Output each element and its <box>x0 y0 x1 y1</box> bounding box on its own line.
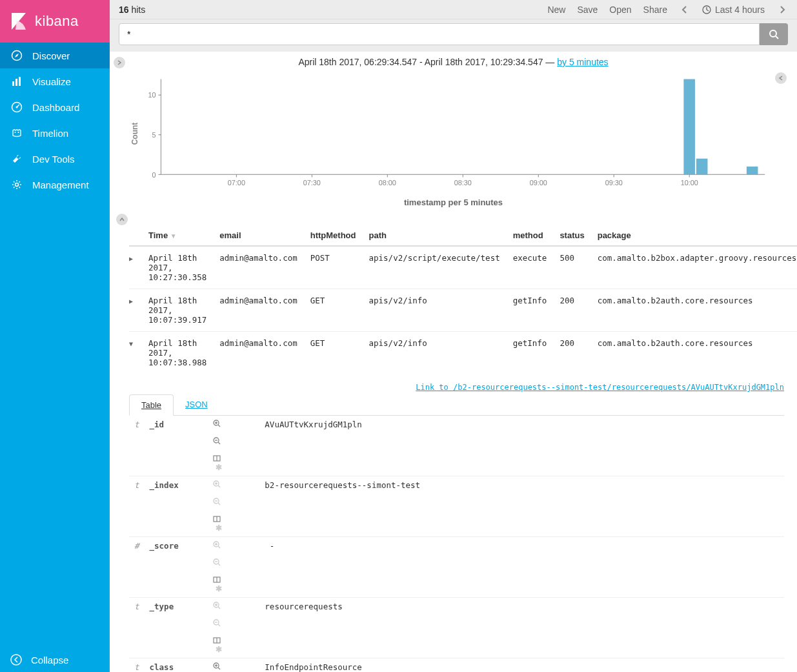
filter-out-value-icon[interactable] <box>213 558 254 566</box>
svg-point-7 <box>18 132 19 133</box>
nav-item-dev-tools[interactable]: Dev Tools <box>0 146 110 172</box>
time-prev-button[interactable] <box>679 6 691 14</box>
open-button[interactable]: Open <box>609 5 631 15</box>
collapse-sidebar-button[interactable]: Collapse <box>0 647 110 672</box>
col-email[interactable]: email <box>213 225 303 246</box>
col-status[interactable]: status <box>553 225 590 246</box>
field-name: _index <box>145 476 208 537</box>
col-path[interactable]: path <box>363 225 507 246</box>
time-summary: April 18th 2017, 06:29:34.547 - April 18… <box>110 52 797 70</box>
exists-filter-icon[interactable]: ✱ <box>216 463 222 472</box>
svg-rect-34 <box>683 79 695 175</box>
expand-row-button[interactable]: ▶ <box>129 255 133 262</box>
search-icon <box>769 29 779 39</box>
filter-for-value-icon[interactable] <box>213 602 254 609</box>
field-actions: ✱ <box>208 598 259 658</box>
exists-filter-icon[interactable]: ✱ <box>216 584 222 593</box>
brand-text: kibana <box>35 13 79 30</box>
field-name: _score <box>145 537 208 598</box>
filter-out-value-icon[interactable] <box>213 437 254 445</box>
save-button[interactable]: Save <box>577 5 598 15</box>
svg-text:5: 5 <box>152 131 156 139</box>
svg-rect-3 <box>19 77 21 86</box>
cell-status: 200 <box>553 332 590 374</box>
nav-item-management[interactable]: Management <box>0 172 110 198</box>
share-button[interactable]: Share <box>643 5 667 15</box>
svg-point-5 <box>16 107 18 108</box>
cell-package: com.amalto.b2auth.core.resources <box>591 332 797 374</box>
cell-httpmethod: POST <box>304 246 363 289</box>
filter-out-value-icon[interactable] <box>213 619 254 627</box>
svg-text:07:00: 07:00 <box>228 179 245 187</box>
field-value: AVuAUTtvKxrujdGM1pln <box>259 416 784 476</box>
expand-row-button[interactable]: ▶ <box>129 298 133 305</box>
x-axis-label: timestamp per 5 minutes <box>110 198 797 207</box>
histogram-chart[interactable]: Count 051007:0007:3008:0008:3009:0009:30… <box>136 72 771 195</box>
exists-filter-icon[interactable]: ✱ <box>216 524 222 533</box>
nav-item-discover[interactable]: Discover <box>0 43 110 68</box>
toggle-column-icon[interactable] <box>213 515 254 523</box>
field-actions: ✱ <box>208 476 259 537</box>
svg-point-8 <box>15 183 19 187</box>
svg-text:07:30: 07:30 <box>303 179 321 187</box>
expand-row-button[interactable]: ▼ <box>129 340 133 347</box>
table-row: ▶April 18th 2017, 10:27:30.358admin@amal… <box>129 246 797 289</box>
exists-filter-icon[interactable]: ✱ <box>216 645 222 654</box>
svg-text:10:00: 10:00 <box>681 179 698 187</box>
filter-for-value-icon[interactable] <box>213 662 254 670</box>
table-row: ▶April 18th 2017, 10:07:39.917admin@amal… <box>129 289 797 332</box>
detail-tabs: TableJSON <box>129 394 784 416</box>
col-time[interactable]: Time ▼ <box>142 225 213 246</box>
svg-rect-1 <box>12 81 14 86</box>
cell-package: com.amalto.b2box.adapter.groovy.resource… <box>591 246 797 289</box>
cell-time: April 18th 2017, 10:27:30.358 <box>142 246 213 289</box>
field-name: _id <box>145 416 208 476</box>
cell-method: execute <box>507 246 554 289</box>
chart-reset-zoom-button[interactable] <box>775 72 787 84</box>
field-row: t_index✱b2-resourcerequests--simont-test <box>129 476 784 537</box>
cell-email: admin@amalto.com <box>213 332 303 374</box>
nav: DiscoverVisualizeDashboardTimelionDev To… <box>0 43 110 647</box>
field-actions: ✱ <box>208 537 259 598</box>
nav-label: Dev Tools <box>32 154 75 165</box>
col-httpmethod[interactable]: httpMethod <box>304 225 363 246</box>
field-value: resourcerequests <box>259 598 784 658</box>
sidebar: kibana DiscoverVisualizeDashboardTimelio… <box>0 0 110 672</box>
doc-link-anchor[interactable]: Link to /b2-resourcerequests--simont-tes… <box>416 383 784 392</box>
collapse-chart-button[interactable] <box>116 214 128 225</box>
cell-status: 500 <box>553 246 590 289</box>
time-picker[interactable]: Last 4 hours <box>702 5 765 15</box>
filter-for-value-icon[interactable] <box>213 480 254 488</box>
filter-for-value-icon[interactable] <box>213 420 254 427</box>
logo[interactable]: kibana <box>0 0 110 43</box>
doc-link: Link to /b2-resourcerequests--simont-tes… <box>129 380 784 394</box>
filter-out-value-icon[interactable] <box>213 498 254 505</box>
toggle-filters-button[interactable] <box>114 57 125 68</box>
field-type: t <box>129 658 145 673</box>
field-row: #_score✱ - <box>129 537 784 598</box>
search-button[interactable] <box>760 23 788 45</box>
cell-email: admin@amalto.com <box>213 246 303 289</box>
svg-point-9 <box>11 655 21 665</box>
timelion-icon <box>10 127 23 139</box>
toggle-column-icon[interactable] <box>213 576 254 584</box>
toggle-column-icon[interactable] <box>213 454 254 462</box>
filter-for-value-icon[interactable] <box>213 541 254 549</box>
cell-method: getInfo <box>507 332 554 374</box>
tab-table[interactable]: Table <box>129 394 174 416</box>
hits-count: 16 hits <box>119 5 145 15</box>
nav-item-timelion[interactable]: Timelion <box>0 120 110 146</box>
nav-item-dashboard[interactable]: Dashboard <box>0 94 110 120</box>
nav-label: Discover <box>32 50 70 61</box>
new-button[interactable]: New <box>547 5 565 15</box>
col-package[interactable]: package <box>591 225 797 246</box>
col-method[interactable]: method <box>507 225 554 246</box>
search-input[interactable] <box>119 23 760 45</box>
nav-item-visualize[interactable]: Visualize <box>0 68 110 94</box>
tab-json[interactable]: JSON <box>174 394 219 415</box>
toggle-column-icon[interactable] <box>213 636 254 644</box>
y-axis-label: Count <box>130 123 139 145</box>
time-next-button[interactable] <box>776 6 788 14</box>
table-row: ▼April 18th 2017, 10:07:38.988admin@amal… <box>129 332 797 374</box>
interval-link[interactable]: by 5 minutes <box>557 57 608 67</box>
